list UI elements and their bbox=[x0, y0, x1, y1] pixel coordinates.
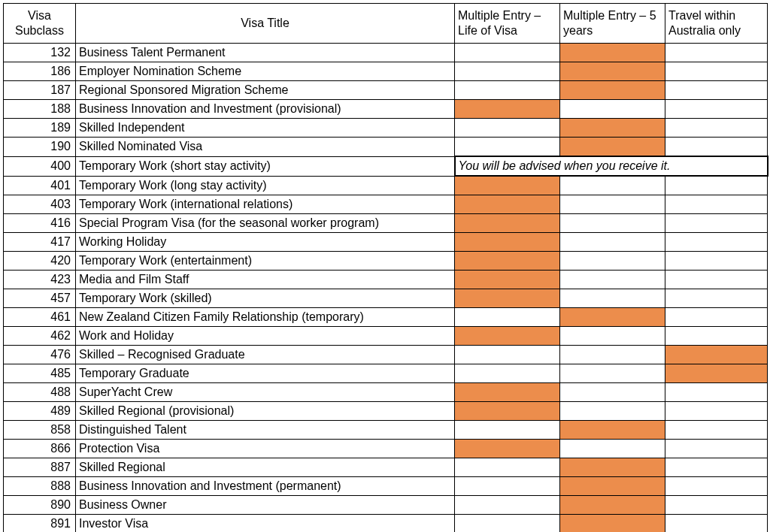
cell-title: Employer Nomination Scheme bbox=[76, 62, 455, 81]
cell-five bbox=[560, 308, 665, 327]
cell-life bbox=[455, 477, 560, 496]
cell-subclass: 416 bbox=[4, 214, 76, 233]
cell-life bbox=[455, 100, 560, 119]
table-row: 461New Zealand Citizen Family Relationsh… bbox=[4, 308, 768, 327]
cell-five bbox=[560, 364, 665, 383]
table-row: 488SuperYacht Crew bbox=[4, 383, 768, 402]
cell-title: Skilled Regional (provisional) bbox=[76, 402, 455, 421]
cell-aus bbox=[665, 496, 768, 515]
table-row: 189Skilled Independent bbox=[4, 119, 768, 138]
cell-title: Protection Visa bbox=[76, 440, 455, 458]
cell-title: Skilled – Recognised Graduate bbox=[76, 346, 455, 364]
cell-life bbox=[455, 496, 560, 515]
cell-aus bbox=[665, 440, 768, 458]
cell-life bbox=[455, 440, 560, 458]
table-row: 187Regional Sponsored Migration Scheme bbox=[4, 81, 768, 100]
cell-title: Regional Sponsored Migration Scheme bbox=[76, 81, 455, 100]
cell-life bbox=[455, 81, 560, 100]
cell-aus bbox=[665, 477, 768, 496]
cell-five bbox=[560, 81, 665, 100]
cell-life bbox=[455, 458, 560, 477]
cell-life bbox=[455, 252, 560, 271]
cell-subclass: 457 bbox=[4, 289, 76, 308]
table-row: 423Media and Film Staff bbox=[4, 271, 768, 289]
table-row: 188Business Innovation and Investment (p… bbox=[4, 100, 768, 119]
cell-title: Skilled Nominated Visa bbox=[76, 138, 455, 157]
cell-aus bbox=[665, 327, 768, 346]
cell-title: Special Program Visa (for the seasonal w… bbox=[76, 214, 455, 233]
cell-subclass: 187 bbox=[4, 81, 76, 100]
cell-life bbox=[455, 195, 560, 214]
cell-five bbox=[560, 383, 665, 402]
cell-title: SuperYacht Crew bbox=[76, 383, 455, 402]
cell-five bbox=[560, 496, 665, 515]
cell-title: Business Talent Permanent bbox=[76, 44, 455, 62]
col-header-five: Multiple Entry – 5 years bbox=[560, 4, 665, 44]
table-row: 888Business Innovation and Investment (p… bbox=[4, 477, 768, 496]
cell-aus bbox=[665, 44, 768, 62]
cell-life bbox=[455, 402, 560, 421]
cell-subclass: 420 bbox=[4, 252, 76, 271]
cell-five bbox=[560, 271, 665, 289]
cell-life bbox=[455, 271, 560, 289]
cell-title: Investor Visa bbox=[76, 515, 455, 533]
table-header-row: Visa Subclass Visa Title Multiple Entry … bbox=[4, 4, 768, 44]
cell-title: Business Innovation and Investment (prov… bbox=[76, 100, 455, 119]
cell-aus bbox=[665, 100, 768, 119]
cell-five bbox=[560, 119, 665, 138]
cell-aus bbox=[665, 62, 768, 81]
cell-aus bbox=[665, 421, 768, 440]
cell-title: Business Owner bbox=[76, 496, 455, 515]
cell-five bbox=[560, 252, 665, 271]
cell-aus bbox=[665, 176, 768, 195]
table-row: 462Work and Holiday bbox=[4, 327, 768, 346]
table-row: 400Temporary Work (short stay activity)Y… bbox=[4, 156, 768, 176]
cell-subclass: 189 bbox=[4, 119, 76, 138]
cell-title: Temporary Work (international relations) bbox=[76, 195, 455, 214]
cell-aus bbox=[665, 364, 768, 383]
cell-aus bbox=[665, 402, 768, 421]
cell-life bbox=[455, 383, 560, 402]
table-row: 457Temporary Work (skilled) bbox=[4, 289, 768, 308]
cell-subclass: 401 bbox=[4, 176, 76, 195]
cell-subclass: 485 bbox=[4, 364, 76, 383]
cell-life bbox=[455, 176, 560, 195]
cell-aus bbox=[665, 233, 768, 252]
table-row: 891Investor Visa bbox=[4, 515, 768, 533]
cell-five bbox=[560, 327, 665, 346]
cell-five bbox=[560, 138, 665, 157]
cell-life bbox=[455, 138, 560, 157]
col-header-subclass: Visa Subclass bbox=[4, 4, 76, 44]
cell-aus bbox=[665, 515, 768, 533]
cell-subclass: 403 bbox=[4, 195, 76, 214]
table-row: 858Distinguished Talent bbox=[4, 421, 768, 440]
cell-aus bbox=[665, 289, 768, 308]
visa-table: Visa Subclass Visa Title Multiple Entry … bbox=[3, 3, 768, 532]
cell-title: Skilled Independent bbox=[76, 119, 455, 138]
cell-aus bbox=[665, 308, 768, 327]
cell-five bbox=[560, 440, 665, 458]
table-row: 887Skilled Regional bbox=[4, 458, 768, 477]
cell-life bbox=[455, 233, 560, 252]
table-row: 866Protection Visa bbox=[4, 440, 768, 458]
col-header-aus: Travel within Australia only bbox=[665, 4, 768, 44]
cell-aus bbox=[665, 458, 768, 477]
cell-title: Temporary Work (long stay activity) bbox=[76, 176, 455, 195]
cell-aus bbox=[665, 214, 768, 233]
cell-subclass: 400 bbox=[4, 156, 76, 176]
table-row: 190Skilled Nominated Visa bbox=[4, 138, 768, 157]
cell-subclass: 888 bbox=[4, 477, 76, 496]
cell-title: Working Holiday bbox=[76, 233, 455, 252]
table-row: 401Temporary Work (long stay activity) bbox=[4, 176, 768, 195]
cell-five bbox=[560, 44, 665, 62]
cell-aus bbox=[665, 119, 768, 138]
cell-five bbox=[560, 176, 665, 195]
cell-aus bbox=[665, 346, 768, 364]
cell-title: Temporary Work (short stay activity) bbox=[76, 156, 455, 176]
cell-aus bbox=[665, 271, 768, 289]
cell-five bbox=[560, 100, 665, 119]
cell-life bbox=[455, 62, 560, 81]
cell-subclass: 423 bbox=[4, 271, 76, 289]
cell-life bbox=[455, 308, 560, 327]
cell-five bbox=[560, 402, 665, 421]
